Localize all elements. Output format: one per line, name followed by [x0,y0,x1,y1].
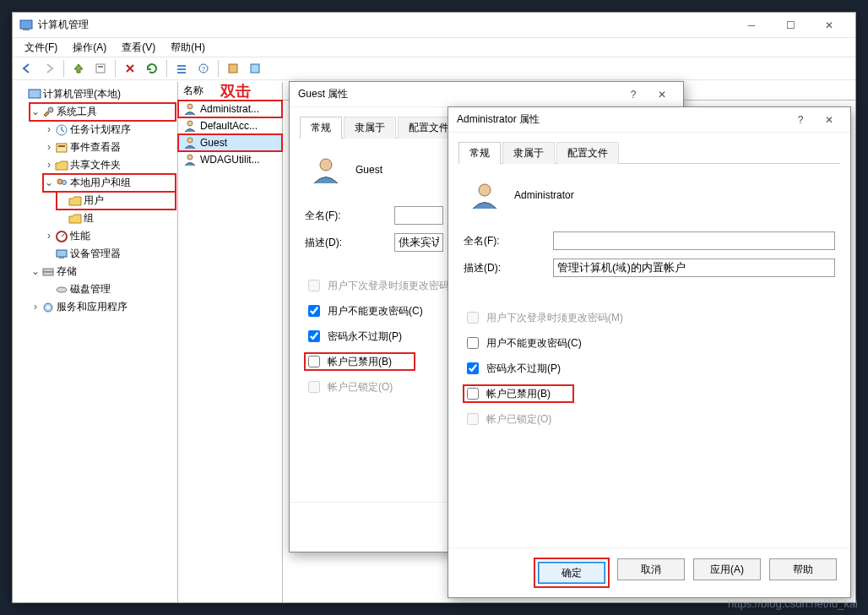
back-button[interactable] [18,59,36,78]
dialog-titlebar: Administrator 属性 ? ✕ [448,107,850,133]
chk-pw-never-expires[interactable] [467,362,479,374]
services-icon [41,301,55,314]
help-button[interactable]: ? [194,59,213,78]
chk-account-locked [467,413,479,425]
user-row-wdagutility[interactable]: WDAGUtilit... [178,151,282,168]
tree-task-scheduler[interactable]: › 任务计划程序 [43,121,176,139]
tree-event-viewer[interactable]: › 事件查看器 [43,139,176,156]
svg-rect-5 [177,68,186,70]
tree-services-apps[interactable]: › 服务和应用程序 [30,298,176,316]
desc-label: 描述(D): [464,261,553,275]
folder-icon [68,194,82,208]
watermark: https://blog.csdn.net/id_kai [728,597,858,610]
cancel-button[interactable]: 取消 [617,558,685,580]
forward-button[interactable] [40,59,58,78]
tree-storage[interactable]: ⌄ 存储 [30,263,176,280]
tabbar: 常规 隶属于 配置文件 [458,141,840,164]
svg-rect-3 [98,66,103,68]
dialog-titlebar: Guest 属性 ? ✕ [290,82,683,107]
expander-icon[interactable]: ⌄ [45,175,53,191]
user-icon [183,153,197,166]
chk-account-disabled[interactable] [308,356,320,367]
tab-general[interactable]: 常规 [458,142,501,164]
up-button[interactable] [69,59,88,78]
svg-point-29 [187,155,193,160]
delete-button[interactable] [121,59,139,78]
tree-pane: 计算机管理(本地) ⌄ 系统工具 › [13,82,178,602]
chk-pw-never-expires[interactable] [308,330,320,342]
svg-rect-2 [96,64,105,73]
toolbar-btn-a[interactable] [224,59,242,78]
chk-cannot-change-pw[interactable] [467,337,479,349]
tab-memberof[interactable]: 隶属于 [502,142,555,164]
tab-memberof[interactable]: 隶属于 [344,117,396,139]
device-icon [55,248,68,261]
user-row-administrator[interactable]: Administrat... [178,101,282,117]
chk-account-disabled[interactable] [467,388,479,400]
user-icon [183,136,197,150]
tab-profile[interactable]: 配置文件 [556,142,619,164]
tree-shared-folders[interactable]: › 共享文件夹 [43,156,176,174]
tree-system-tools[interactable]: ⌄ 系统工具 [30,103,176,121]
refresh-button[interactable] [143,59,161,78]
menu-help[interactable]: 帮助(H) [164,39,212,57]
svg-point-27 [187,121,193,126]
minimize-button[interactable]: ─ [732,13,771,38]
username-label: Guest [355,164,382,176]
close-button[interactable]: ✕ [810,13,849,38]
perf-icon [55,230,68,243]
help-button[interactable]: ? [621,89,646,101]
props-button[interactable] [91,59,110,78]
tree-root[interactable]: 计算机管理(本地) [16,85,176,103]
tools-icon [41,106,55,119]
chk-cannot-change-pw[interactable] [308,305,320,317]
tree-device-manager[interactable]: 设备管理器 [43,245,176,263]
user-icon [183,119,197,133]
user-icon [183,102,197,116]
fullname-input[interactable] [394,206,443,225]
computer-icon [28,88,41,101]
view-list-button[interactable] [172,59,191,78]
svg-point-17 [62,180,67,184]
ok-button[interactable]: 确定 [538,562,605,584]
svg-point-31 [479,184,491,196]
users-icon [55,177,68,190]
user-row-defaultaccount[interactable]: DefaultAcc... [178,117,282,134]
tree-users[interactable]: 用户 [57,192,176,210]
chk-must-change-pw [308,280,320,291]
tab-general[interactable]: 常规 [300,117,342,139]
desc-input[interactable] [394,233,443,252]
expander-icon[interactable]: ⌄ [31,104,40,120]
tree-performance[interactable]: › 性能 [43,227,176,245]
folder-share-icon [55,159,68,172]
close-button[interactable]: ✕ [649,89,675,101]
svg-point-23 [57,287,67,292]
window-title: 计算机管理 [38,18,89,32]
help-button[interactable]: 帮助 [769,558,837,580]
list-header-name[interactable]: 名称 双击 [178,82,282,101]
menu-action[interactable]: 操作(A) [66,39,113,57]
folder-icon [68,212,82,226]
desc-input[interactable] [553,259,835,277]
users-list-pane: 名称 双击 Administrat... DefaultAcc... Guest… [178,82,283,602]
svg-rect-10 [251,64,259,73]
svg-point-12 [48,107,53,112]
svg-point-25 [46,306,50,309]
svg-rect-9 [229,64,237,73]
dialog-title: Guest 属性 [298,87,348,101]
user-row-guest[interactable]: Guest [178,134,282,151]
fullname-label: 全名(F): [464,234,553,248]
storage-icon [41,265,55,279]
toolbar-btn-b[interactable] [246,59,264,78]
menu-view[interactable]: 查看(V) [115,39,162,57]
fullname-input[interactable] [553,231,835,250]
help-button[interactable]: ? [788,114,813,126]
maximize-button[interactable]: ☐ [771,13,810,38]
tree-groups[interactable]: 组 [57,210,176,227]
menu-file[interactable]: 文件(F) [18,39,64,57]
tree-local-users-groups[interactable]: ⌄ 本地用户和组 [43,174,176,192]
tree-disk-mgmt[interactable]: 磁盘管理 [43,280,176,298]
close-button[interactable]: ✕ [816,114,842,126]
apply-button[interactable]: 应用(A) [693,558,761,580]
svg-text:?: ? [202,65,206,73]
